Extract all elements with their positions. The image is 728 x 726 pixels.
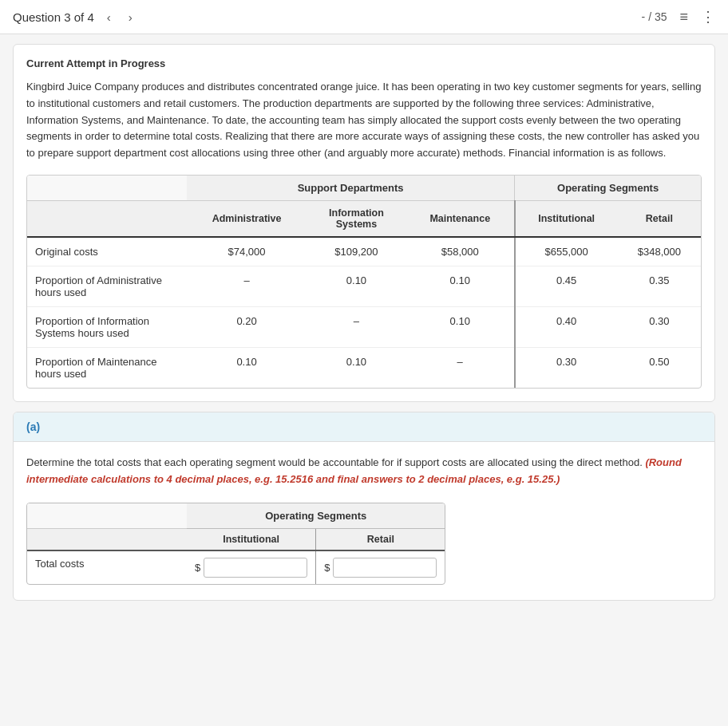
cell-infosys: $109,200 [307,237,406,266]
cell-retail: 0.30 [618,306,701,347]
total-costs-label: Total costs [27,550,187,584]
cell-institutional: $655,000 [515,237,618,266]
sub-col-institutional: Institutional [187,528,316,550]
main-content: Current Attempt in Progress Kingbird Jui… [0,34,728,620]
row-label: Proportion of Administrative hours used [27,266,187,306]
col-maintenance: Maintenance [406,200,515,237]
total-costs-row: Total costs $ $ [27,550,445,584]
operating-seg-header: Operating Segments [515,176,701,201]
instruction-main: Determine the total costs that each oper… [26,456,643,468]
section-a-body: Determine the total costs that each oper… [14,442,714,600]
cell-maintenance: – [406,347,515,388]
col-institutional: Institutional [515,200,618,237]
next-button[interactable]: › [124,9,137,26]
group-header-row: Support Departments Operating Segments [27,176,701,201]
cell-institutional: 0.40 [515,306,618,347]
col-administrative: Administrative [187,200,307,237]
table-row: Original costs $74,000 $109,200 $58,000 … [27,237,701,266]
col-information-systems: InformationSystems [307,200,406,237]
institutional-input-cell: $ [187,550,316,584]
cell-maintenance: 0.10 [406,306,515,347]
question-description: Kingbird Juice Company produces and dist… [26,79,702,162]
cell-admin: 0.20 [187,306,307,347]
prev-button[interactable]: ‹ [102,9,116,26]
instruction-text: Determine the total costs that each oper… [26,455,702,488]
data-table-wrapper: Support Departments Operating Segments A… [26,175,702,389]
cell-admin: $74,000 [187,237,307,266]
institutional-input[interactable] [204,558,307,578]
col-retail: Retail [618,200,701,237]
header-right: - / 35 ≡ ⋮ [642,8,715,26]
institutional-dollar: $ [195,562,200,574]
sub-table-wrapper: Operating Segments Institutional Retail … [26,503,445,585]
sub-table: Operating Segments Institutional Retail … [27,503,445,584]
data-table: Support Departments Operating Segments A… [27,176,701,388]
os-header: Operating Segments [187,503,445,529]
col-header-row: Administrative InformationSystems Mainte… [27,200,701,237]
cell-maintenance: 0.10 [406,266,515,306]
attempt-label: Current Attempt in Progress [26,57,702,69]
table-row: Proportion of Administrative hours used … [27,266,701,306]
table-row: Proportion of Maintenance hours used 0.1… [27,347,701,388]
cell-admin: 0.10 [187,347,307,388]
question-card: Current Attempt in Progress Kingbird Jui… [13,44,715,402]
cell-infosys: – [307,306,406,347]
os-header-row: Operating Segments [27,503,445,529]
cell-retail: 0.50 [618,347,701,388]
support-dept-header: Support Departments [187,176,515,201]
header-left: Question 3 of 4 ‹ › [13,9,137,26]
cell-institutional: 0.30 [515,347,618,388]
sub-col-retail: Retail [316,528,445,550]
cell-institutional: 0.45 [515,266,618,306]
list-icon-button[interactable]: ≡ [679,9,688,26]
section-a-header: (a) [14,412,714,442]
page-header: Question 3 of 4 ‹ › - / 35 ≡ ⋮ [0,0,728,34]
more-options-button[interactable]: ⋮ [701,8,715,26]
question-label: Question 3 of 4 [13,10,94,24]
cell-admin: – [187,266,307,306]
score-display: - / 35 [642,10,667,23]
cell-retail: 0.35 [618,266,701,306]
retail-dollar: $ [324,562,330,574]
col-empty [27,200,187,237]
sub-col-empty [27,528,187,550]
row-label: Proportion of Maintenance hours used [27,347,187,388]
cell-retail: $348,000 [618,237,701,266]
retail-input[interactable] [333,558,437,578]
cell-infosys: 0.10 [307,266,406,306]
retail-input-cell: $ [316,550,445,584]
section-a-card: (a) Determine the total costs that each … [13,412,715,601]
table-row: Proportion of Information Systems hours … [27,306,701,347]
cell-infosys: 0.10 [307,347,406,388]
row-label: Proportion of Information Systems hours … [27,306,187,347]
row-label: Original costs [27,237,187,266]
cell-maintenance: $58,000 [406,237,515,266]
sub-col-header-row: Institutional Retail [27,528,445,550]
